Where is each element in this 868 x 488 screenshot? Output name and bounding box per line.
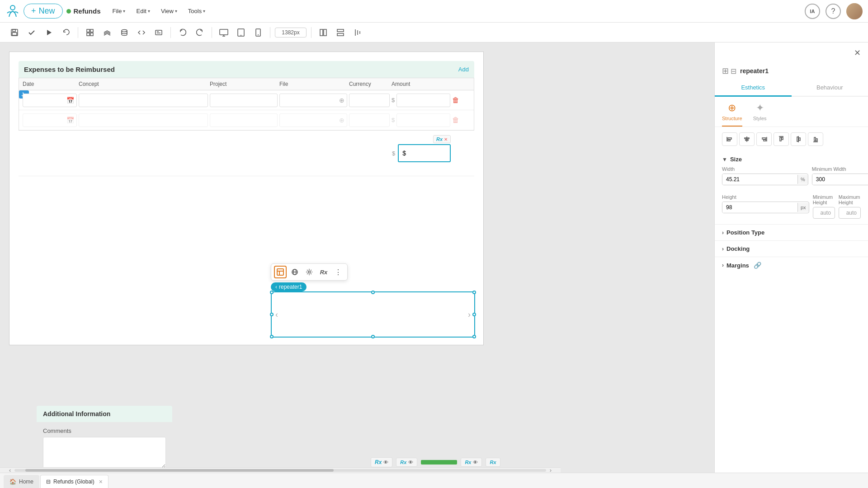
repeater-label[interactable]: ‹ repeater1 (271, 282, 307, 291)
file-input-1[interactable] (279, 94, 347, 107)
layout1-button[interactable] (316, 25, 330, 40)
panel-tabs: Esthetics Behaviour (715, 80, 868, 97)
file-input-2[interactable] (279, 113, 347, 127)
tab-close-btn[interactable]: × (99, 478, 103, 485)
handle-mr[interactable] (472, 313, 476, 316)
align-center-btn[interactable] (739, 132, 755, 146)
svg-rect-6 (90, 29, 93, 32)
align-left-btn[interactable] (722, 132, 737, 146)
currency-input-2[interactable] (349, 113, 390, 127)
project-input-2[interactable] (210, 113, 278, 127)
height-row: Height px Minimum Height Maximum Height (722, 194, 861, 219)
svg-point-9 (122, 29, 127, 32)
max-height-input[interactable] (839, 207, 861, 219)
project-input-1[interactable] (210, 94, 278, 107)
code2-button[interactable] (151, 25, 166, 40)
add-link[interactable]: Add (458, 66, 469, 73)
desktop-view-button[interactable] (217, 25, 231, 40)
total-input-wrapper: Rx ✕ $ (392, 144, 451, 162)
table-row-2: 📅 ⊕ (19, 110, 474, 130)
position-toggle[interactable]: › Position Type (722, 229, 861, 236)
comments-textarea[interactable] (43, 437, 166, 469)
dollar-sign-2: $ (392, 117, 395, 123)
repeater-next[interactable]: › (468, 310, 471, 319)
more-tool-btn[interactable]: ⋮ (332, 266, 344, 278)
min-height-input[interactable] (813, 207, 835, 219)
handle-tc[interactable] (371, 291, 375, 294)
svg-rect-5 (87, 29, 90, 32)
sub-tab-styles[interactable]: ✦ Styles (753, 102, 767, 127)
align-bottom-btn[interactable] (808, 132, 823, 146)
amount-input-1[interactable] (396, 94, 450, 107)
layout3-button[interactable] (350, 25, 365, 40)
project-cell-2 (210, 113, 278, 127)
height-input[interactable] (722, 202, 797, 213)
rx-tool-btn[interactable]: Rx (317, 266, 330, 278)
scroll-thumb[interactable] (25, 469, 334, 472)
project-cell-1 (210, 94, 278, 107)
tab-esthetics[interactable]: Esthetics (715, 80, 792, 97)
concept-input-1[interactable] (79, 94, 208, 107)
align-top-btn[interactable] (774, 132, 789, 146)
mobile-view-button[interactable] (251, 25, 265, 40)
tab-refunds[interactable]: ⊟ Refunds (Global) × (40, 475, 108, 488)
sub-tab-structure[interactable]: ⊕ Structure (722, 102, 742, 127)
redo-button[interactable] (193, 25, 207, 40)
avatar[interactable] (846, 3, 863, 19)
structure-tool-btn[interactable] (274, 266, 287, 278)
concept-input-2[interactable] (79, 113, 208, 127)
save-button[interactable] (7, 25, 22, 40)
tab-behaviour[interactable]: Behaviour (792, 80, 868, 97)
delete-btn-2[interactable]: 🗑 (452, 116, 459, 124)
align-vcenter-btn[interactable] (791, 132, 806, 146)
settings-tool-btn[interactable] (303, 266, 316, 278)
check-button[interactable] (24, 25, 39, 40)
handle-ml[interactable] (270, 313, 274, 316)
link-icon[interactable]: 🔗 (754, 262, 761, 269)
handle-bc[interactable] (371, 335, 375, 338)
rx-indicator-2: Rx 👁 (396, 458, 417, 467)
rx-label-4: Rx (490, 460, 496, 465)
px-display: 1382px (275, 28, 307, 38)
loop-button[interactable] (59, 25, 73, 40)
menu-tools[interactable]: Tools ▾ (184, 5, 210, 17)
upload-icon-2: ⊕ (339, 117, 344, 124)
width-input[interactable] (722, 174, 797, 185)
menu-view[interactable]: View ▾ (156, 5, 182, 17)
max-height-field: Maximum Height (839, 194, 861, 219)
currency-input-1[interactable] (349, 94, 390, 107)
code-button[interactable] (134, 25, 149, 40)
handle-tr[interactable] (472, 291, 476, 294)
svg-rect-8 (90, 33, 93, 36)
play-button[interactable] (42, 25, 56, 40)
panel-header: ⊞ ⊟ repeater1 (715, 60, 868, 80)
new-button[interactable]: + New (24, 4, 63, 19)
handle-bl[interactable] (270, 335, 274, 338)
menu-edit[interactable]: Edit ▾ (132, 5, 154, 17)
undo-button[interactable] (175, 25, 190, 40)
docking-toggle[interactable]: › Docking (722, 245, 861, 252)
menu-file[interactable]: File ▾ (108, 5, 130, 17)
size-toggle[interactable]: ▼ Size (722, 151, 861, 166)
data-button[interactable] (117, 25, 132, 40)
delete-btn-1[interactable]: 🗑 (452, 96, 459, 104)
ia-badge[interactable]: IA (805, 4, 820, 19)
min-width-input[interactable] (812, 174, 868, 185)
max-height-label: Maximum Height (839, 194, 861, 205)
amount-input-2[interactable] (396, 113, 450, 127)
layout2-button[interactable] (333, 25, 348, 40)
close-rx-icon[interactable]: ✕ (444, 137, 448, 142)
handle-tl[interactable] (270, 291, 274, 294)
layers-button[interactable] (100, 25, 114, 40)
globe-tool-btn[interactable] (288, 266, 301, 278)
handle-br[interactable] (472, 335, 476, 338)
total-amount-input[interactable] (398, 144, 451, 162)
components-button[interactable] (83, 25, 97, 40)
concept-cell-1 (79, 94, 208, 107)
panel-close-btn[interactable]: ✕ (850, 46, 864, 60)
tab-home[interactable]: 🏠 Home (4, 475, 39, 488)
tablet-view-button[interactable] (234, 25, 248, 40)
align-right-btn[interactable] (756, 132, 772, 146)
margins-toggle[interactable]: › Margins 🔗 (722, 262, 861, 269)
help-button[interactable]: ? (826, 4, 841, 19)
